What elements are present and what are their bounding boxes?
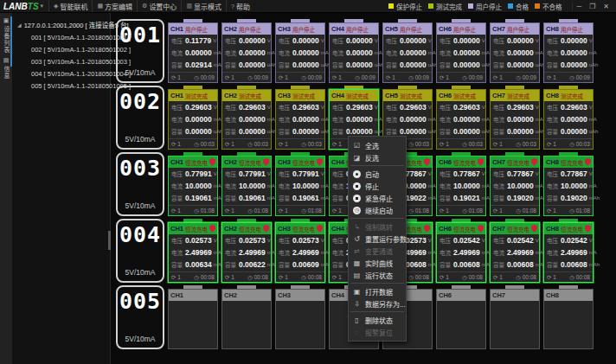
channel-card-empty[interactable]: CH2 (221, 285, 272, 349)
channel-card[interactable]: CH6 测试完成 电压 0.29603 V 电流 0.00000 mA 容量 0… (436, 86, 486, 150)
elapsed-time: ◷ 01:08 (516, 208, 536, 214)
context-menu-item[interactable]: ▦ 实时曲线 (349, 257, 406, 269)
current-label: 电流 (440, 182, 451, 190)
channel-card[interactable]: CH8 用户停止 电压 0.00000 V 电流 0.00000 mA 容量 0… (543, 19, 594, 83)
device-number: 005 (119, 291, 161, 312)
channel-card[interactable]: CH2 测试完成 电压 0.29603 V 电流 0.00000 mA 容量 0… (221, 86, 272, 150)
current-field: 电流 0.00000 mA (491, 113, 539, 125)
current-value: 0.00000 (400, 48, 427, 57)
channel-card[interactable]: CH2 恒流充电 电压 0.02573 V 电流 2.49969 mA 容量 0… (221, 219, 272, 283)
current-value: 10.0000 (292, 182, 319, 190)
context-menu-item[interactable]: ↺ 重置运行参数 (349, 233, 406, 245)
tree-device-item[interactable]: 004 [ 5V/10mA-1.1-20180501004 ] (17, 67, 110, 80)
panel-splitter[interactable] (108, 231, 111, 250)
loop-count: ⟳ 1 (440, 208, 449, 214)
channel-card[interactable]: CH3 恒流充电 电压 0.02573 V 电流 2.49969 mA 容量 0… (275, 219, 325, 283)
channel-card[interactable]: CH8 测试完成 电压 0.29603 V 电流 0.00000 mA 容量 0… (543, 86, 594, 150)
voltage-label: 电压 (171, 103, 183, 112)
elapsed-time: ◷ 00:09 (301, 74, 322, 81)
menubar-item[interactable]: ◈ 智能联机 (48, 0, 92, 12)
side-strip-tab[interactable]: ▤ 信息 (2, 57, 10, 80)
clock-icon: ◷ (462, 274, 467, 280)
capacity-field: 容量 0.19020 mAh (544, 192, 593, 204)
channel-card[interactable]: CH6 恒流充电 电压 0.02542 V 电流 2.49969 mA 容量 0… (436, 219, 486, 283)
channel-card[interactable]: CH7 测试完成 电压 0.29603 V 电流 0.00000 mA 容量 0… (490, 86, 540, 150)
channel-card[interactable]: CH6 恒流充电 电压 0.77867 V 电流 10.0000 mA 容量 0… (436, 152, 486, 216)
voltage-field: 电压 0.00000 V (491, 35, 539, 47)
current-field: 电流 0.00000 mA (222, 113, 271, 125)
loop-icon: ⟳ (225, 274, 229, 280)
channel-card-empty[interactable]: CH3 (275, 285, 325, 349)
loop-icon: ⟳ (547, 274, 551, 280)
context-menu-item[interactable]: ▯ 删除状态 (349, 314, 406, 326)
current-field: 电流 0.00000 mA (222, 47, 271, 59)
context-menu-item[interactable]: ▤ 运行状态 (349, 269, 406, 281)
context-menu-item[interactable]: 停止 (349, 180, 406, 192)
tree-device-item[interactable]: 003 [ 5V/10mA-1.1-20180501003 ] (17, 55, 110, 67)
loop-value: 1 (177, 274, 181, 280)
voltage-unit: V (482, 38, 485, 43)
loop-icon: ⟳ (171, 74, 176, 80)
context-menu-item[interactable]: 紧急停止 (349, 192, 406, 204)
channel-card[interactable]: CH3 用户停止 电压 0.00000 V 电流 0.00000 mA 容量 0… (275, 19, 325, 83)
context-menu-item[interactable]: ▣ 打开数据 (349, 285, 406, 297)
channel-card[interactable]: CH1 恒流充电 电压 0.02573 V 电流 2.49969 mA 容量 0… (168, 219, 218, 283)
context-menu-item[interactable]: ◷ 继续启动 (349, 204, 406, 216)
channel-card[interactable]: CH3 恒流充电 电压 0.77991 V 电流 10.0000 mA 容量 0… (275, 152, 325, 216)
tree-device-item[interactable]: 001 [ 5V/10mA-1.1-20180501001 ] (17, 31, 110, 43)
channel-card[interactable]: CH7 恒流充电 电压 0.77867 V 电流 10.0000 mA 容量 0… (490, 152, 540, 216)
channel-card[interactable]: CH2 用户停止 电压 0.00000 V 电流 0.00000 mA 容量 0… (221, 19, 272, 83)
elapsed-time: ◷ 00:03 (462, 141, 483, 148)
time-value: 01:08 (523, 208, 536, 214)
context-menu-item[interactable]: ◪ 反选 (349, 151, 406, 163)
context-menu-item[interactable]: ☑ 全选 (349, 139, 406, 151)
menubar-item[interactable]: ? 帮助 (226, 0, 254, 12)
channel-card-empty[interactable]: CH1 (168, 285, 218, 349)
context-menu-item-label: 重置运行参数 (365, 234, 407, 244)
menubar-item[interactable]: ⚙ 设置中心 (137, 0, 181, 12)
tree-expand-icon[interactable]: ◢ (17, 22, 22, 28)
voltage-label: 电压 (386, 103, 397, 112)
channel-card[interactable]: CH7 恒流充电 电压 0.02542 V 电流 2.49969 mA 容量 0… (490, 219, 540, 283)
channel-card[interactable]: CH3 测试完成 电压 0.29603 V 电流 0.00000 mA 容量 0… (275, 86, 325, 150)
channel-card[interactable]: CH6 用户停止 电压 0.00000 V 电流 0.00000 mA 容量 0… (436, 19, 486, 83)
menubar-item[interactable]: ▥ 显示模式 (181, 0, 226, 12)
side-strip-tab[interactable]: ▣ 设备列表 (2, 17, 10, 54)
maximize-button[interactable]: ❐ (589, 3, 595, 10)
menubar-item[interactable]: ▦ 方案编辑 (92, 0, 137, 12)
channel-card[interactable]: CH1 恒流充电 电压 0.77991 V 电流 10.0000 mA 容量 0… (168, 152, 218, 216)
device-number-display: 004 5V/10mA (116, 219, 164, 283)
channel-card[interactable]: CH8 恒流充电 电压 0.02542 V 电流 2.49969 mA 容量 0… (543, 219, 594, 283)
capacity-value: 0.19021 (453, 194, 480, 202)
channel-card[interactable]: CH7 用户停止 电压 0.00000 V 电流 0.00000 mA 容量 0… (490, 19, 540, 83)
logo-caret-icon[interactable]: ▾ (41, 3, 44, 10)
channel-status: 测试完成 (185, 92, 208, 100)
channel-name: CH6 (439, 291, 452, 299)
context-menu-item[interactable]: ⇩ 数据另存为... (349, 297, 406, 310)
minimize-button[interactable]: ─ (576, 3, 581, 10)
channel-card[interactable]: CH1 用户停止 电压 0.11779 V 电流 0.00000 mA 容量 0… (168, 19, 218, 83)
tree-device-item[interactable]: 005 [ 5V/10mA-1.1-20180501005 ] (17, 80, 110, 92)
channel-name: CH2 (224, 225, 237, 233)
loop-icon: ⟳ (225, 208, 229, 214)
channel-card-empty[interactable]: CH7 (490, 285, 540, 349)
close-button[interactable]: ✕ (603, 3, 609, 10)
channel-footer: ⟳ 1 ◷ 01:08 (437, 205, 485, 215)
context-menu-item[interactable]: 启动 (349, 168, 406, 180)
tree-root-node[interactable]: ◢ 127.0.0.1:2001,2000 [ 连接设备5 台] (17, 20, 110, 29)
channel-card[interactable]: CH8 恒流充电 电压 0.77867 V 电流 10.0000 mA 容量 0… (543, 152, 594, 216)
channel-header: CH3 恒流充电 (276, 156, 324, 168)
context-menu-item-label: 全选 (365, 141, 379, 150)
tree-device-item[interactable]: 002 [ 5V/10mA-1.1-20180501002 ] (17, 43, 110, 55)
current-label: 电流 (171, 115, 183, 124)
channel-card[interactable]: CH4 用户停止 电压 0.00000 V 电流 0.00000 mA 容量 0… (329, 19, 379, 83)
channel-card[interactable]: CH2 恒流充电 电压 0.77991 V 电流 10.0000 mA 容量 0… (221, 152, 272, 216)
channel-card-empty[interactable]: CH6 (436, 285, 486, 349)
loop-icon: ⟳ (171, 141, 176, 147)
current-label: 电流 (440, 48, 451, 57)
channel-card[interactable]: CH5 用户停止 电压 0.00000 V 电流 0.00000 mA 容量 0… (382, 19, 433, 83)
elapsed-time: ◷ 00:03 (194, 141, 215, 148)
channel-card[interactable]: CH1 测试完成 电压 0.29603 V 电流 0.00000 mA 容量 0… (168, 86, 218, 150)
channel-card-empty[interactable]: CH8 (543, 285, 594, 349)
loop-value: 1 (553, 141, 556, 147)
